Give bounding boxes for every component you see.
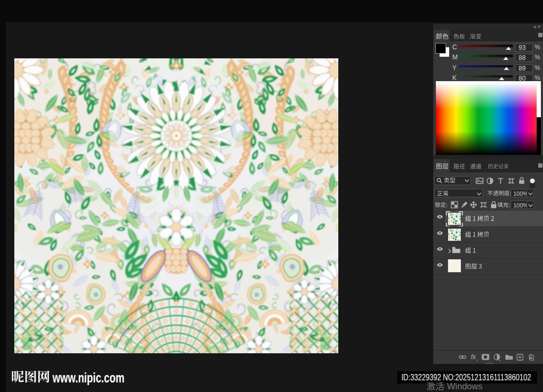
svg-text:fx: fx bbox=[471, 353, 476, 361]
